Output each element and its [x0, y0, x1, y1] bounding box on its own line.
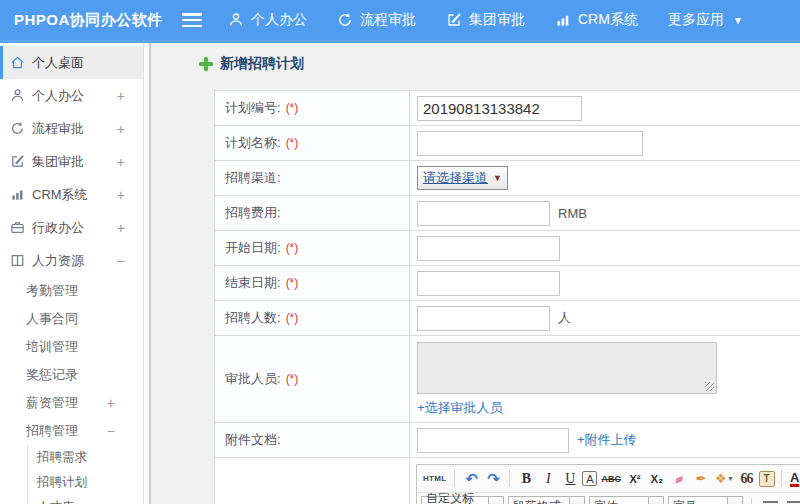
- cost-input[interactable]: [417, 201, 550, 226]
- top-nav-item-5[interactable]: 更多应用▼: [668, 11, 743, 29]
- form-row-plan-name: 计划名称:(*): [215, 126, 800, 161]
- plan-name-input[interactable]: [417, 131, 643, 156]
- sidebar-scrollbar[interactable]: [144, 43, 151, 504]
- top-nav-item-4[interactable]: CRM系统: [555, 11, 638, 29]
- bold-button[interactable]: B: [516, 469, 536, 489]
- chevron-down-icon[interactable]: ▾: [648, 497, 663, 504]
- font-size-combo[interactable]: 字号▾: [668, 496, 743, 504]
- sidebar-item-label: CRM系统: [32, 186, 88, 204]
- paste-text-button[interactable]: T: [759, 471, 775, 487]
- chevron-down-icon[interactable]: ▾: [569, 497, 584, 504]
- field-cell-approvers: +选择审批人员: [410, 336, 800, 422]
- sidebar-item-人才库[interactable]: 人才库: [27, 495, 143, 504]
- eraser-button[interactable]: ▰: [666, 466, 692, 492]
- field-cell-cost: RMB: [410, 196, 800, 230]
- sidebar-item-人力资源[interactable]: 人力资源−: [0, 244, 143, 277]
- sidebar-item-个人桌面[interactable]: 个人桌面: [0, 46, 143, 79]
- glyph: HTML: [423, 474, 446, 483]
- sidebar-item-CRM系统[interactable]: CRM系统+: [0, 178, 143, 211]
- paragraph-combo[interactable]: 段落格式▾: [508, 496, 585, 504]
- subscript-button[interactable]: X₂: [647, 469, 667, 489]
- sidebar-item-薪资管理[interactable]: 薪资管理+: [0, 389, 143, 417]
- format-brush-button[interactable]: ✒: [691, 469, 711, 489]
- required-marker: (*): [286, 372, 299, 386]
- top-nav-item-1[interactable]: 个人办公: [228, 11, 307, 29]
- form-row-approvers: 审批人员:(*)+选择审批人员: [215, 336, 800, 423]
- custom-title-combo[interactable]: 自定义标题▾: [421, 496, 504, 504]
- superscript-button[interactable]: X²: [625, 469, 645, 489]
- attachment-upload-link[interactable]: +附件上传: [577, 431, 637, 449]
- form-row-plan-number: 计划编号:(*): [215, 91, 800, 126]
- font-family-combo[interactable]: 字体▾: [589, 496, 664, 504]
- sidebar-item-label: 培训管理: [26, 338, 78, 356]
- sidebar-item-培训管理[interactable]: 培训管理: [0, 333, 143, 361]
- auto-format-button[interactable]: ❖▾: [713, 469, 735, 489]
- sidebar-item-label: 人才库: [37, 499, 75, 504]
- expand-icon[interactable]: +: [117, 220, 125, 236]
- chevron-down-icon[interactable]: ▾: [727, 497, 742, 504]
- sidebar-item-label: 人事合同: [26, 310, 78, 328]
- sidebar-item-招聘需求[interactable]: 招聘需求: [27, 445, 143, 470]
- glyph: X₂: [651, 473, 663, 485]
- plus-icon: [199, 57, 213, 71]
- align-center-button[interactable]: [784, 497, 800, 504]
- flow-icon: [337, 12, 353, 28]
- field-label-approvers: 审批人员:(*): [215, 336, 410, 422]
- sidebar-item-label: 招聘需求: [37, 449, 87, 466]
- field-suffix: RMB: [558, 206, 587, 221]
- expand-icon[interactable]: +: [117, 88, 125, 104]
- top-nav-label: 更多应用: [668, 11, 724, 29]
- sidebar-item-奖惩记录[interactable]: 奖惩记录: [0, 361, 143, 389]
- font-color-button[interactable]: A▾: [788, 469, 800, 489]
- expand-icon[interactable]: +: [117, 154, 125, 170]
- sidebar-item-label: 个人桌面: [32, 54, 84, 72]
- glyph: ❖: [715, 471, 727, 486]
- channel-select[interactable]: 请选择渠道▼: [417, 166, 508, 190]
- collapse-icon[interactable]: −: [107, 423, 115, 439]
- autotypeset-button[interactable]: A: [582, 471, 597, 486]
- edit-icon: [10, 154, 25, 169]
- headcount-input[interactable]: [417, 306, 550, 331]
- approvers-picker-link[interactable]: +选择审批人员: [417, 399, 503, 417]
- redo-button[interactable]: ↷: [483, 469, 503, 489]
- underline-button[interactable]: U: [560, 469, 580, 489]
- expand-icon[interactable]: +: [117, 187, 125, 203]
- source-code-button[interactable]: HTML: [421, 469, 448, 489]
- chevron-down-icon: ▾: [729, 474, 733, 483]
- sidebar-item-流程审批[interactable]: 流程审批+: [0, 112, 143, 145]
- collapse-icon[interactable]: −: [117, 253, 125, 269]
- undo-button[interactable]: ↶: [461, 469, 481, 489]
- glyph: A: [790, 471, 799, 487]
- end-date-input[interactable]: [417, 271, 560, 296]
- sidebar-item-招聘计划[interactable]: 招聘计划: [27, 470, 143, 495]
- form-row-channel: 招聘渠道:请选择渠道▼: [215, 161, 800, 196]
- align-left-button[interactable]: [760, 497, 780, 504]
- sidebar-item-招聘管理[interactable]: 招聘管理−: [0, 417, 143, 445]
- top-nav-item-2[interactable]: 流程审批: [337, 11, 416, 29]
- required-marker: (*): [286, 276, 299, 290]
- expand-icon[interactable]: +: [117, 121, 125, 137]
- sidebar-item-行政办公[interactable]: 行政办公+: [0, 211, 143, 244]
- sidebar-item-集团审批[interactable]: 集团审批+: [0, 145, 143, 178]
- chevron-down-icon[interactable]: ▾: [488, 497, 503, 504]
- strikethrough-button[interactable]: ABC: [599, 469, 623, 489]
- sidebar-item-人事合同[interactable]: 人事合同: [0, 305, 143, 333]
- approvers-textarea[interactable]: [417, 342, 717, 394]
- sidebar-item-考勤管理[interactable]: 考勤管理: [0, 277, 143, 305]
- field-label-plan-number: 计划编号:(*): [215, 91, 410, 125]
- attachment-input[interactable]: [417, 428, 569, 453]
- combo-value: 段落格式: [509, 497, 569, 504]
- start-date-input[interactable]: [417, 236, 560, 261]
- italic-button[interactable]: I: [538, 469, 558, 489]
- expand-icon[interactable]: +: [107, 395, 115, 411]
- form-row-plan-content: HTML↶↷BIUAABCX²X₂▰✒❖▾66TA▾ab▾自定义标题▾段落格式▾…: [215, 458, 800, 504]
- blockquote-button[interactable]: 66: [737, 469, 757, 489]
- sidebar-item-个人办公[interactable]: 个人办公+: [0, 79, 143, 112]
- form-row-attachment: 附件文档:+附件上传: [215, 423, 800, 458]
- field-label-attachment: 附件文档:: [215, 423, 410, 457]
- field-label-end-date: 结束日期:(*): [215, 266, 410, 300]
- hamburger-icon[interactable]: [182, 13, 202, 27]
- plan-number-input[interactable]: [417, 96, 582, 121]
- top-nav-item-3[interactable]: 集团审批: [446, 11, 525, 29]
- top-nav: 个人办公流程审批集团审批CRM系统更多应用▼: [228, 11, 743, 29]
